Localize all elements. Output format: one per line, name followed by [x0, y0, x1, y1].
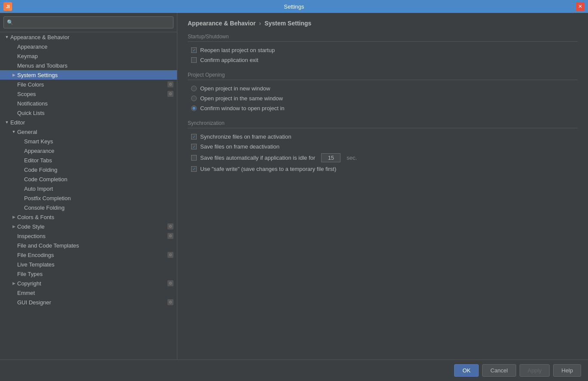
sidebar-item-label: Smart Keys: [24, 138, 173, 145]
sidebar-item-label: Editor Tabs: [24, 157, 173, 164]
sidebar-item-emmet[interactable]: Emmet: [0, 288, 177, 297]
sidebar-item-file-code-templates[interactable]: File and Code Templates: [0, 241, 177, 250]
arrow-icon: ▶: [10, 280, 17, 287]
sidebar-item-editor-tabs[interactable]: Editor Tabs: [0, 155, 177, 165]
sidebar-item-label: Appearance: [17, 43, 173, 50]
save-deactivation-wrap: Save files on frame deactivation: [191, 143, 279, 150]
sidebar-item-code-completion[interactable]: Code Completion: [0, 174, 177, 184]
badge-icon: ⚙: [167, 81, 173, 87]
sidebar-item-gui-designer[interactable]: GUI Designer ⚙: [0, 297, 177, 307]
breadcrumb-parent: Appearance & Behavior: [188, 20, 256, 27]
sidebar-item-label: General: [17, 129, 173, 135]
sidebar-item-smart-keys[interactable]: Smart Keys: [0, 136, 177, 146]
arrow-icon: ▼: [3, 34, 10, 40]
confirm-exit-checkbox[interactable]: [191, 57, 197, 63]
apply-button[interactable]: Apply: [520, 364, 550, 377]
sidebar-item-code-folding[interactable]: Code Folding: [0, 165, 177, 174]
sidebar-item-copyright[interactable]: ▶ Copyright ⚙: [0, 279, 177, 288]
sidebar-item-file-colors[interactable]: File Colors ⚙: [0, 80, 177, 89]
sidebar-item-inspections[interactable]: Inspections ⚙: [0, 231, 177, 241]
search-input[interactable]: [3, 16, 173, 28]
sidebar-item-code-style[interactable]: ▶ Code Style ⚙: [0, 222, 177, 231]
content-area: Appearance & Behavior › System Settings …: [177, 13, 588, 359]
sidebar-item-menus-toolbars[interactable]: Menus and Toolbars: [0, 61, 177, 70]
safe-write-wrap: Use "safe write" (save changes to a temp…: [191, 166, 336, 172]
sidebar-item-auto-import[interactable]: Auto Import: [0, 184, 177, 193]
confirm-exit-row: Confirm application exit: [188, 57, 578, 63]
help-button[interactable]: Help: [553, 364, 581, 377]
dialog-body: 🔍 ▼ Appearance & Behavior Appearance Key…: [0, 13, 588, 359]
sidebar-item-scopes[interactable]: Scopes ⚙: [0, 89, 177, 99]
open-new-window-radio[interactable]: [191, 86, 197, 91]
breadcrumb: Appearance & Behavior › System Settings: [188, 20, 578, 27]
title-bar-left: JI: [3, 2, 12, 11]
save-idle-input[interactable]: [321, 153, 340, 162]
arrow-spacer: [10, 251, 17, 258]
arrow-spacer: [17, 166, 24, 173]
safe-write-label: Use "safe write" (save changes to a temp…: [200, 166, 336, 172]
sidebar-item-label: Postfix Completion: [24, 195, 173, 201]
tree-container: ▼ Appearance & Behavior Appearance Keyma…: [0, 32, 177, 359]
badge-icon: ⚙: [167, 252, 173, 258]
sidebar-item-console-folding[interactable]: Console Folding: [0, 203, 177, 212]
reopen-last-checkbox[interactable]: [191, 47, 197, 53]
search-wrapper: 🔍: [3, 16, 173, 28]
sidebar-item-appearance-behavior[interactable]: ▼ Appearance & Behavior: [0, 32, 177, 42]
close-button[interactable]: ✕: [576, 2, 585, 11]
settings-dialog: JI Settings ✕ 🔍 ▼ Appearance & Behavior: [0, 0, 588, 381]
search-icon: 🔍: [7, 19, 13, 25]
arrow-spacer: [10, 232, 17, 239]
open-new-window-row: Open project in new window: [188, 85, 578, 92]
save-deactivation-checkbox[interactable]: [191, 144, 197, 149]
sidebar-item-label: Copyright: [17, 280, 167, 287]
sidebar-item-general[interactable]: ▼ General: [0, 127, 177, 136]
safe-write-checkbox[interactable]: [191, 166, 197, 172]
sidebar-item-system-settings[interactable]: ▶ System Settings: [0, 70, 177, 80]
title-bar-title: Settings: [284, 3, 304, 10]
sidebar-item-keymap[interactable]: Keymap: [0, 51, 177, 61]
sync-activation-label: Synchronize files on frame activation: [200, 133, 291, 140]
sidebar-item-label: Live Templates: [17, 261, 173, 268]
sidebar-item-appearance[interactable]: Appearance: [0, 42, 177, 51]
sidebar-item-colors-fonts[interactable]: ▶ Colors & Fonts: [0, 212, 177, 222]
sidebar-item-label: Colors & Fonts: [17, 214, 173, 220]
reopen-last-label: Reopen last project on startup: [200, 47, 275, 53]
save-idle-row: Save files automatically if application …: [188, 153, 578, 162]
sidebar-item-label: Appearance: [24, 148, 173, 154]
breadcrumb-current: System Settings: [264, 20, 311, 27]
sidebar-item-label: Scopes: [17, 91, 167, 97]
sidebar-item-file-types[interactable]: File Types: [0, 269, 177, 279]
sidebar-item-notifications[interactable]: Notifications: [0, 99, 177, 108]
save-idle-unit: sec.: [347, 155, 357, 161]
ok-button[interactable]: OK: [454, 364, 479, 377]
open-same-window-radio[interactable]: [191, 96, 197, 101]
dialog-footer: OK Cancel Apply Help: [0, 359, 588, 381]
sidebar-item-live-templates[interactable]: Live Templates: [0, 260, 177, 269]
arrow-spacer: [10, 242, 17, 249]
arrow-spacer: [17, 147, 24, 154]
sidebar-item-label: GUI Designer: [17, 299, 167, 306]
confirm-window-wrap: Confirm window to open project in: [191, 105, 285, 112]
sidebar-item-label: File and Code Templates: [17, 242, 173, 249]
confirm-exit-label: Confirm application exit: [200, 57, 258, 63]
arrow-spacer: [17, 195, 24, 201]
sidebar-item-file-encodings[interactable]: File Encodings ⚙: [0, 250, 177, 260]
sidebar-item-postfix-completion[interactable]: Postfix Completion: [0, 193, 177, 203]
badge-icon: ⚙: [167, 233, 173, 239]
synchronization-section: Synchronization Synchronize files on fra…: [188, 120, 578, 172]
cancel-button[interactable]: Cancel: [482, 364, 516, 377]
sidebar-item-label: Appearance & Behavior: [10, 34, 173, 40]
arrow-spacer: [10, 53, 17, 59]
sidebar-item-editor[interactable]: ▼ Editor: [0, 118, 177, 127]
confirm-window-label: Confirm window to open project in: [200, 105, 285, 112]
sidebar-item-appearance-editor[interactable]: Appearance: [0, 146, 177, 155]
sync-activation-checkbox[interactable]: [191, 134, 197, 139]
save-idle-checkbox[interactable]: [191, 155, 197, 161]
confirm-window-radio[interactable]: [191, 105, 197, 111]
sidebar-item-quick-lists[interactable]: Quick Lists: [0, 108, 177, 118]
breadcrumb-separator: ›: [259, 20, 261, 27]
confirm-exit-checkbox-wrap: Confirm application exit: [191, 57, 258, 63]
arrow-icon: ▼: [10, 128, 17, 135]
sidebar-item-label: Console Folding: [24, 204, 173, 211]
sidebar-item-label: Code Folding: [24, 167, 173, 173]
